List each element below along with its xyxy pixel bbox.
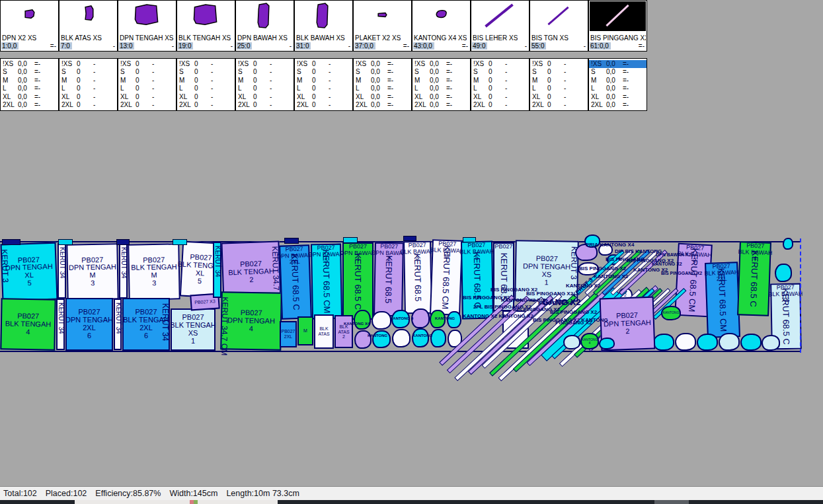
marker-piece[interactable]: PB027BLK TENGAHM3 <box>128 243 180 300</box>
marker-tag-chip <box>116 239 130 245</box>
marker-overlap-label: BIS PINGGANG X2 <box>579 266 626 271</box>
marker-piece[interactable] <box>392 329 411 347</box>
piece-label: BLKATAS <box>318 326 329 336</box>
marker-tag-chip <box>463 237 476 242</box>
taskbar-segment <box>654 500 689 504</box>
piece-label: M <box>303 328 307 334</box>
marker-piece[interactable] <box>775 264 792 282</box>
marker-piece[interactable]: PB027BLK TENGAH4 <box>0 298 56 350</box>
marker-piece[interactable] <box>719 333 740 351</box>
marker-end-line <box>800 238 801 353</box>
marker-piece[interactable]: KERUT 34 <box>56 299 65 350</box>
piece-vertical-label: KERUT 68.5 C <box>781 288 791 345</box>
marker-piece[interactable] <box>411 308 430 328</box>
marker-piece[interactable]: PB027BLK BAWAH4KERUT 68.5 C <box>737 241 771 316</box>
piece-label: BLKATAS2 <box>338 324 349 340</box>
marker-piece[interactable]: PB027DPN TENGAH4KERUT 34.7 CM <box>220 291 282 351</box>
taskbar-app-icon[interactable] <box>190 500 198 504</box>
marker-piece[interactable]: KERUT 34 <box>213 242 221 298</box>
piece-label: PB027BLK TENGAHM3 <box>131 256 177 288</box>
piece-label: PB027BLK TENGAH2 <box>228 260 275 285</box>
piece-label: PB0272XL <box>281 329 295 339</box>
marker-piece[interactable] <box>372 311 391 330</box>
marker-piece[interactable]: PB027DPN BAWAH5KERUT 68.5 CM <box>311 244 342 320</box>
marker-overlap-label: KANTONG <box>412 334 432 338</box>
piece-vertical-label: KERUT 34 <box>161 303 170 341</box>
piece-vertical-label: KERUT 68.5 CM <box>440 245 452 309</box>
marker-overlap-label: BIS PINGGANG X2 <box>526 291 573 297</box>
marker-piece[interactable]: KERUT 34 <box>114 299 122 350</box>
marker-piece[interactable]: PB027BLK BAWAH2XLKERUT 68.5 CM <box>705 262 740 338</box>
marker-piece[interactable] <box>740 334 762 351</box>
marker-tag-chip <box>173 239 187 245</box>
marker-piece[interactable]: KANTONG4 <box>580 333 599 349</box>
marker-piece[interactable]: PB027DPN BAWAH4KERUT 68.5 C <box>342 242 373 320</box>
piece-label: PB027DPN TENGAHXS1 <box>523 255 571 287</box>
marker-piece[interactable]: BLKATAS2 <box>334 315 353 348</box>
marker-overlap-label: KANTONG 4 <box>390 316 413 320</box>
marker-overlap-label: KANTONG X2 <box>652 262 682 266</box>
marker-canvas[interactable]: PB027DPN TENGAHXL5KERUT 3KERUT 34PB027DP… <box>0 0 823 504</box>
marker-overlap-label: DPN BAWAH X2 <box>656 252 691 257</box>
piece-vertical-label: KERUT 34.7 CM <box>219 297 230 355</box>
marker-overlap-label: PRIA KANTONG X4 <box>586 242 634 248</box>
status-item-total: Total:102 <box>3 489 37 498</box>
marker-piece[interactable] <box>762 335 780 351</box>
marker-piece[interactable]: KERUT 34 <box>58 243 66 299</box>
marker-piece[interactable]: PB027DPN BAWAH2KERUT 68.5 <box>373 242 404 317</box>
marker-piece[interactable]: PB027DPN TENGAHM3 <box>66 243 118 300</box>
marker-piece[interactable] <box>783 238 793 250</box>
piece-vertical-label: KERUT 68.5 C <box>290 254 301 310</box>
marker-piece[interactable]: KERUT 34 <box>119 243 128 299</box>
taskbar-app-strip[interactable] <box>75 500 278 504</box>
marker-overlap-label: KANTONG X2 KANTONG X2 <box>463 313 533 319</box>
piece-vertical-label: KERUT 68.5 <box>383 255 394 303</box>
marker-piece[interactable] <box>675 333 696 351</box>
marker-tag-chip <box>343 237 358 243</box>
piece-label: PB027 X3 <box>194 299 216 305</box>
status-item-placed: Placed:102 <box>46 489 87 498</box>
piece-label: PB027DPN TENGAH4 <box>227 309 276 334</box>
piece-label: PB027BLK TENGAHXS1 <box>170 314 216 345</box>
piece-label: PB027 <box>494 244 512 250</box>
status-item-efficiency: Efficiency:85.87% <box>95 489 161 498</box>
piece-vertical-label: KERUT 34 <box>58 303 65 334</box>
marker-piece[interactable] <box>430 329 446 347</box>
marker-piece[interactable] <box>653 334 674 351</box>
marker-piece[interactable]: PB027BLK BAWAH3KERUT 68.5 <box>403 241 432 314</box>
piece-label: PB027DPN TENGAHM3 <box>69 256 117 288</box>
marker-overlap-label: BIS PINGGANG X2 <box>550 309 597 315</box>
status-item-length: Length:10m 73.3cm <box>226 489 299 498</box>
marker-overlap-label: KANTONG <box>368 334 387 338</box>
piece-label: KANTONG4 <box>582 338 598 345</box>
marker-piece[interactable]: PB027BLK TENGAH2XL6KERUT 34 <box>122 298 170 351</box>
marker-piece[interactable]: PB027DPN BAWAH2XLKERUT 68.5 C <box>279 244 312 320</box>
marker-piece[interactable] <box>563 335 580 349</box>
marker-piece[interactable]: BLKATAS <box>314 314 334 349</box>
marker-piece[interactable]: PB0272XL <box>280 321 297 347</box>
marker-piece[interactable] <box>412 328 429 347</box>
marker-overlap-label: BIS PINGGANG X2 <box>661 271 702 275</box>
piece-vertical-label: KERUT 34 <box>59 247 66 279</box>
marker-piece[interactable] <box>697 334 718 351</box>
piece-vertical-label: KERUT 34 <box>115 303 122 334</box>
marker-piece[interactable]: PB027DPN TENGAHXL5KERUT 3 <box>1 242 58 302</box>
piece-vertical-label: KERUT 3 <box>0 249 11 283</box>
marker-overlap-label: DIP BIS KANTONG <box>615 248 662 254</box>
marker-overlap-label: PINGGANG X2 <box>555 320 592 326</box>
piece-vertical-label: KERUT 68.5 C <box>748 250 760 307</box>
piece-vertical-label: KERUT 68.5 <box>412 253 423 301</box>
marker-piece[interactable] <box>599 338 615 349</box>
marker-piece[interactable]: KANTONG <box>661 306 681 320</box>
status-item-width: Width:145cm <box>169 489 217 498</box>
piece-vertical-label: KERUT 68.5 C <box>353 253 363 310</box>
marker-tag-chip <box>2 239 20 245</box>
marker-overlap-label: KANTONG X2 <box>594 273 628 279</box>
marker-piece[interactable]: PB027BLK TENGAHXS1 <box>171 308 216 351</box>
marker-piece[interactable]: PB027BLK BAWAHMKERUT 68.5 CM <box>430 239 463 316</box>
marker-piece[interactable]: PB027DPN TENGAH2XL6 <box>65 298 113 351</box>
marker-piece[interactable] <box>354 310 371 330</box>
taskbar[interactable] <box>0 500 823 504</box>
piece-label: PB027BLK TENGAH4 <box>5 312 51 337</box>
marker-piece[interactable]: M <box>297 316 313 345</box>
